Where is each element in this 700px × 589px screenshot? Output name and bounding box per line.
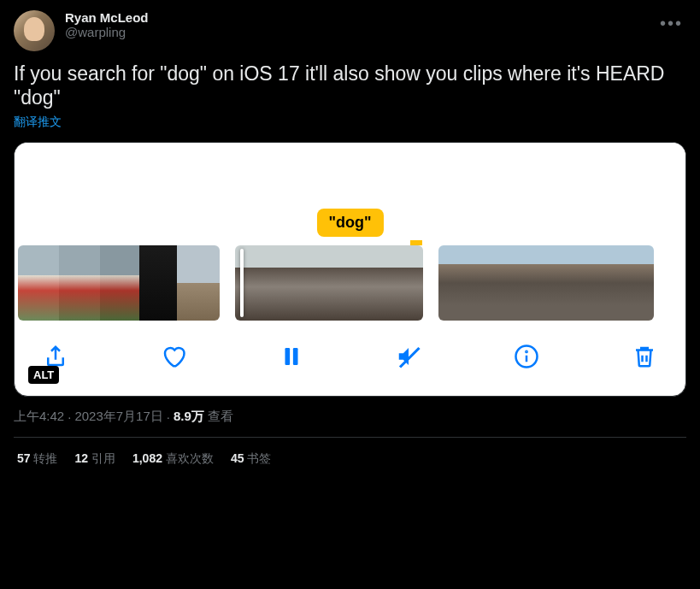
clip-thumbnail <box>18 245 59 321</box>
alt-badge[interactable]: ALT <box>28 366 59 384</box>
clip-group-3[interactable] <box>438 245 654 321</box>
tweet-time[interactable]: 上午4:42 <box>14 409 64 425</box>
clip-thumbnail <box>618 245 654 321</box>
pause-icon[interactable] <box>274 339 309 374</box>
tweet-header: Ryan McLeod @warpling ••• <box>14 10 686 51</box>
views-label: 查看 <box>208 409 233 425</box>
search-result-label: "dog" <box>316 209 383 237</box>
more-icon[interactable]: ••• <box>656 10 686 37</box>
tweet-stats: 57 转推 12 引用 1,082 喜欢次数 45 书签 <box>14 438 686 480</box>
clip-thumbnail <box>177 245 220 321</box>
tweet-text: If you search for "dog" on iOS 17 it'll … <box>14 62 686 109</box>
media-controls <box>15 324 685 396</box>
clip-thumbnail <box>438 245 474 321</box>
media-top: "dog" <box>15 143 685 245</box>
clip-thumbnail <box>282 245 329 321</box>
user-handle[interactable]: @warpling <box>65 25 149 39</box>
clip-thumbnail <box>376 245 423 321</box>
mute-icon[interactable] <box>391 339 426 374</box>
display-name[interactable]: Ryan McLeod <box>65 10 149 25</box>
avatar[interactable] <box>14 10 55 51</box>
tweet-date[interactable]: 2023年7月17日 <box>74 409 162 425</box>
clip-thumbnail <box>329 245 376 321</box>
clip-thumbnail <box>139 245 177 321</box>
clip-thumbnail <box>100 245 139 321</box>
playhead[interactable] <box>240 249 244 317</box>
svg-point-5 <box>526 351 527 352</box>
views-count: 8.9万 <box>174 409 204 425</box>
media-card[interactable]: "dog" <box>14 142 686 397</box>
trash-icon[interactable] <box>627 339 662 374</box>
retweets-stat[interactable]: 57 转推 <box>17 451 57 467</box>
clip-thumbnail <box>510 245 546 321</box>
clip-thumbnail <box>546 245 582 321</box>
quotes-stat[interactable]: 12 引用 <box>74 451 115 467</box>
svg-rect-1 <box>292 348 297 365</box>
info-icon[interactable] <box>509 339 544 374</box>
heart-icon[interactable] <box>156 339 191 374</box>
svg-rect-0 <box>285 348 290 365</box>
clip-thumbnail <box>582 245 618 321</box>
user-info: Ryan McLeod @warpling <box>65 10 149 39</box>
tweet-meta: 上午4:42 · 2023年7月17日 · 8.9万 查看 <box>14 409 686 425</box>
bookmarks-stat[interactable]: 45 书签 <box>231 451 271 467</box>
video-timeline[interactable] <box>15 245 685 324</box>
clip-group-2[interactable] <box>235 245 423 321</box>
tweet-container: Ryan McLeod @warpling ••• If you search … <box>0 0 700 491</box>
clip-group-1[interactable] <box>18 245 220 321</box>
clip-thumbnail <box>59 245 100 321</box>
clip-thumbnail <box>474 245 510 321</box>
likes-stat[interactable]: 1,082 喜欢次数 <box>132 451 214 467</box>
translate-link[interactable]: 翻译推文 <box>14 115 62 130</box>
